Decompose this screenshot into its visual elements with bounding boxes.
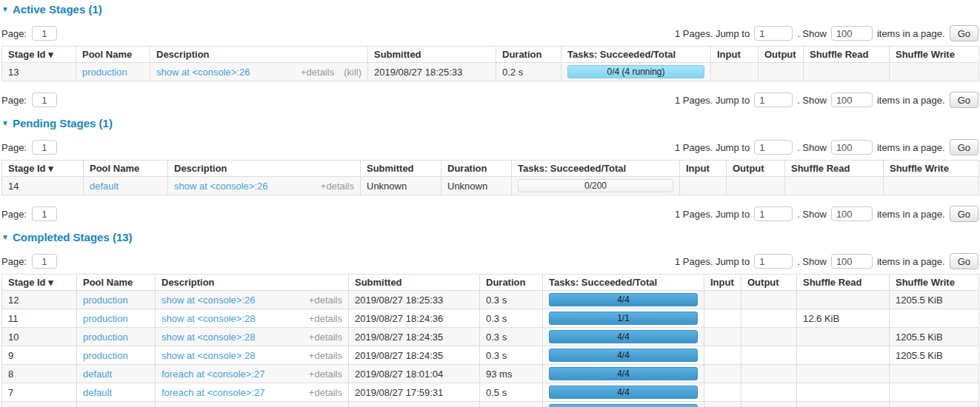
description-link[interactable]: foreach at <console>:27 (161, 369, 265, 380)
column-header-2[interactable]: Description (168, 161, 361, 177)
column-header-8[interactable]: Shuffle Read (797, 275, 890, 291)
tasks-cell: 1/1 (543, 402, 704, 407)
description-link[interactable]: foreach at <console>:27 (161, 387, 265, 398)
pool-name-link[interactable]: production (83, 350, 128, 361)
description-link[interactable]: show at <console>:28 (161, 350, 255, 361)
column-header-4[interactable]: Duration (496, 47, 561, 63)
column-header-5[interactable]: Tasks: Succeeded/Total (512, 161, 680, 177)
pool-name-link[interactable]: production (82, 67, 127, 78)
input-cell (704, 328, 741, 346)
description-link[interactable]: show at <console>:26 (156, 67, 250, 78)
details-toggle[interactable]: +details (309, 332, 342, 343)
go-button[interactable]: Go (950, 206, 979, 222)
column-header-3[interactable]: Submitted (349, 275, 480, 291)
tasks-cell: 4/4 (543, 346, 704, 365)
go-button[interactable]: Go (950, 253, 979, 269)
pool-name-link[interactable]: production (83, 295, 128, 306)
table-header-row: Stage Id ▾Pool NameDescriptionSubmittedD… (2, 47, 979, 63)
items-per-page-input[interactable] (831, 254, 873, 269)
page-number-input[interactable] (32, 92, 57, 107)
column-header-8[interactable]: Shuffle Read (785, 161, 884, 177)
completed-stages-table: Stage Id ▾Pool NameDescriptionSubmittedD… (1, 274, 979, 407)
pool-name-link[interactable]: production (83, 332, 128, 343)
column-header-2[interactable]: Description (156, 275, 349, 291)
column-header-6[interactable]: Input (704, 275, 741, 291)
output-cell (741, 402, 797, 407)
kill-link[interactable]: (kill) (344, 67, 361, 78)
column-header-0[interactable]: Stage Id ▾ (2, 47, 76, 63)
column-header-7[interactable]: Output (727, 161, 785, 177)
items-per-page-input[interactable] (831, 26, 873, 41)
column-header-6[interactable]: Input (680, 161, 727, 177)
page-number-input[interactable] (32, 140, 57, 155)
jump-to-page-input[interactable] (754, 206, 793, 221)
tasks-cell: 4/4 (543, 383, 704, 402)
pool-name-link[interactable]: default (90, 181, 119, 192)
description-link[interactable]: show at <console>:26 (161, 295, 255, 306)
column-header-8[interactable]: Shuffle Read (804, 47, 890, 63)
details-toggle[interactable]: +details (301, 67, 334, 78)
pool-name-link[interactable]: default (83, 387, 112, 398)
items-per-page-input[interactable] (831, 92, 873, 107)
pages-count-text: 1 Pages. Jump to (675, 142, 750, 153)
page-label: Page: (1, 28, 27, 39)
section-pending-stages: ▼ Pending Stages (1) Page: 1 Pages. Jump… (1, 117, 979, 222)
column-header-7[interactable]: Output (741, 275, 797, 291)
column-header-9[interactable]: Shuffle Write (890, 47, 979, 63)
details-toggle[interactable]: +details (309, 387, 342, 398)
go-button[interactable]: Go (950, 139, 979, 155)
column-header-0[interactable]: Stage Id ▾ (2, 275, 77, 291)
page-number-input[interactable] (32, 206, 57, 221)
description-link[interactable]: show at <console>:28 (161, 332, 255, 343)
page-number-input[interactable] (32, 26, 57, 41)
column-header-9[interactable]: Shuffle Write (890, 275, 979, 291)
column-header-6[interactable]: Input (711, 47, 759, 63)
tasks-progress-bar: 1/1 (549, 404, 698, 407)
column-header-1[interactable]: Pool Name (84, 161, 168, 177)
description-link[interactable]: show at <console>:28 (161, 313, 255, 324)
section-title-text: Active Stages (1) (13, 3, 102, 16)
show-text: . Show (797, 209, 827, 220)
shuffle-read-cell (797, 346, 890, 365)
page-number-input[interactable] (32, 254, 57, 269)
details-toggle[interactable]: +details (309, 369, 342, 380)
column-header-5[interactable]: Tasks: Succeeded/Total (543, 275, 704, 291)
column-header-3[interactable]: Submitted (361, 161, 441, 177)
pool-name-cell: production (77, 309, 156, 328)
pagination-row: Page: 1 Pages. Jump to . Show items in a… (1, 206, 979, 222)
shuffle-write-cell (890, 402, 979, 407)
column-header-7[interactable]: Output (759, 47, 804, 63)
jump-to-page-input[interactable] (754, 92, 793, 107)
jump-to-page-input[interactable] (754, 254, 793, 269)
duration-cell: 0.2 s (496, 63, 561, 81)
items-per-page-input[interactable] (831, 140, 873, 155)
column-header-1[interactable]: Pool Name (77, 275, 156, 291)
description-link[interactable]: show at <console>:26 (174, 181, 267, 192)
column-header-2[interactable]: Description (150, 47, 368, 63)
jump-to-page-input[interactable] (754, 140, 793, 155)
items-per-page-input[interactable] (831, 206, 873, 221)
column-header-3[interactable]: Submitted (368, 47, 496, 63)
column-header-4[interactable]: Duration (480, 275, 543, 291)
pool-name-link[interactable]: default (83, 369, 112, 380)
column-header-9[interactable]: Shuffle Write (884, 161, 979, 177)
column-header-4[interactable]: Duration (441, 161, 512, 177)
duration-cell: Unknown (441, 177, 512, 195)
column-header-0[interactable]: Stage Id ▾ (2, 161, 84, 177)
table-header-row: Stage Id ▾Pool NameDescriptionSubmittedD… (2, 275, 979, 291)
details-toggle[interactable]: +details (309, 313, 342, 324)
go-button[interactable]: Go (950, 25, 979, 41)
details-toggle[interactable]: +details (309, 350, 342, 361)
details-toggle[interactable]: +details (309, 295, 342, 306)
section-header-completed[interactable]: ▼ Completed Stages (13) (1, 231, 979, 243)
stage-id-cell: 7 (2, 383, 77, 402)
section-header-pending[interactable]: ▼ Pending Stages (1) (1, 117, 979, 130)
details-toggle[interactable]: +details (321, 181, 354, 192)
go-button[interactable]: Go (950, 92, 979, 108)
pool-name-link[interactable]: production (83, 313, 128, 324)
jump-to-page-input[interactable] (754, 26, 793, 41)
column-header-5[interactable]: Tasks: Succeeded/Total (561, 47, 711, 63)
section-header-active[interactable]: ▼ Active Stages (1) (1, 3, 979, 16)
column-header-1[interactable]: Pool Name (76, 47, 150, 63)
pool-name-cell: production (77, 291, 156, 309)
